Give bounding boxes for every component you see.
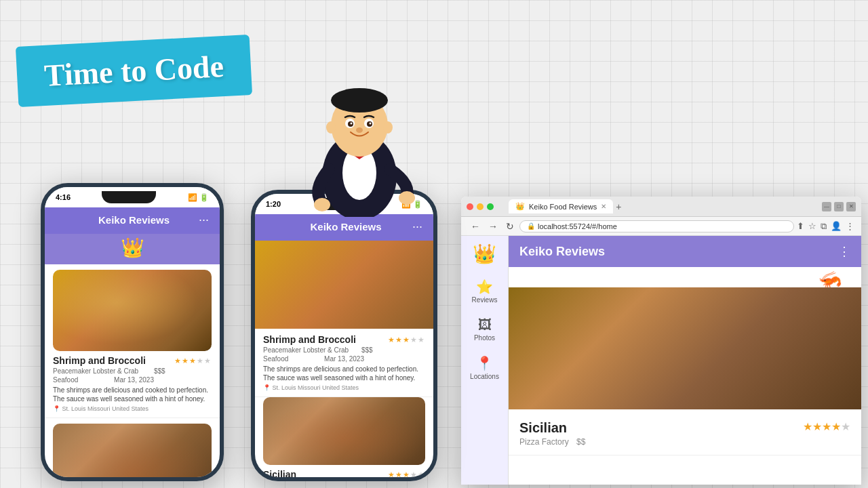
browser-forward-btn[interactable]: → bbox=[486, 220, 500, 233]
profile-icon[interactable]: 👤 bbox=[831, 221, 842, 232]
phone2-card2-title: Sicilian bbox=[263, 469, 296, 480]
browser-window: 👑 Keiko Food Reviews ✕ + — □ ✕ ← → ↻ 🔒 l… bbox=[461, 197, 861, 485]
win-close-icon[interactable]: ✕ bbox=[846, 202, 856, 211]
phone2-card1-stars: ★★★★★ bbox=[388, 336, 425, 344]
app-main: Keiko Reviews ⋮ 🦐 Sicilian ★★★★★ bbox=[509, 236, 861, 485]
pizza-visual bbox=[509, 287, 861, 409]
app-logo: 👑 bbox=[473, 243, 496, 265]
phone1-card1-title: Shrimp and Broccoli bbox=[53, 355, 146, 366]
browser-url-text: localhost:55724/#/home bbox=[538, 222, 617, 230]
phone1-statusbar: 4:16 📶 🔋 bbox=[45, 187, 220, 207]
main-pizza-image bbox=[509, 287, 861, 409]
svg-point-10 bbox=[370, 123, 372, 125]
main-rating-row: Sicilian ★★★★★ bbox=[519, 420, 850, 436]
svg-point-9 bbox=[351, 123, 353, 125]
browser-titlebar: 👑 Keiko Food Reviews ✕ + — □ ✕ bbox=[461, 197, 861, 217]
phone1-header: Keiko Reviews ··· bbox=[45, 207, 220, 234]
browser-close-btn[interactable] bbox=[467, 203, 473, 210]
browser-tab-close-btn[interactable]: ✕ bbox=[601, 203, 606, 210]
browser-reload-btn[interactable]: ↻ bbox=[503, 220, 517, 233]
browser-toolbar-icons: ⬆ ☆ ⧉ 👤 ⋮ bbox=[797, 221, 854, 232]
window-controls: — □ ✕ bbox=[822, 202, 856, 211]
phone2-card1-location: 📍 St. Louis Missouri United States bbox=[263, 384, 425, 391]
sidebar-photos-label: Photos bbox=[474, 334, 495, 342]
main-card-sub: Pizza Factory $$ bbox=[519, 437, 850, 447]
phone1-card1-meta: Peacemaker Lobster & Crab $$$ bbox=[53, 367, 212, 375]
app-topbar: Keiko Reviews ⋮ bbox=[509, 236, 861, 267]
lock-icon: 🔒 bbox=[527, 222, 535, 230]
sidebar-item-photos[interactable]: 🖼 Photos bbox=[461, 310, 508, 348]
phone1-card1-desc: The shrimps are delicious and cooked to … bbox=[53, 386, 212, 403]
browser-new-tab-btn[interactable]: + bbox=[616, 201, 621, 212]
phone2-card1-rating-row: Shrimp and Broccoli ★★★★★ bbox=[263, 334, 425, 345]
browser-back-btn[interactable]: ← bbox=[468, 220, 483, 233]
phone1-menu[interactable]: ··· bbox=[199, 213, 209, 227]
svg-point-13 bbox=[314, 198, 330, 211]
svg-point-4 bbox=[331, 88, 388, 113]
phone2-card1-category: Seafood Mar 13, 2023 bbox=[263, 355, 425, 363]
time-to-code-banner: Time to Code bbox=[16, 35, 252, 107]
app-sidebar: 👑 ⭐ Reviews 🖼 Photos 📍 Locations bbox=[461, 236, 509, 485]
phone1-card-2[interactable] bbox=[45, 418, 220, 481]
phone2-time: 1:20 bbox=[266, 200, 281, 208]
phone1-logo-icon: 👑 bbox=[121, 237, 144, 258]
phone2-menu[interactable]: ··· bbox=[412, 220, 422, 234]
app-topbar-title: Keiko Reviews bbox=[519, 245, 605, 259]
phone1-icons: 📶 🔋 bbox=[188, 193, 209, 202]
browser-maximize-btn[interactable] bbox=[487, 203, 494, 210]
phone-2: 1:20 📶 🔋 Keiko Reviews ··· Shrimp and Br… bbox=[251, 190, 437, 481]
phone1-card-1[interactable]: Shrimp and Broccoli ★★★★★ Peacemaker Lob… bbox=[45, 264, 220, 418]
phone1-card1-stars: ★★★★★ bbox=[174, 357, 212, 365]
sidebar-item-locations[interactable]: 📍 Locations bbox=[461, 348, 508, 387]
share-icon[interactable]: ⬆ bbox=[797, 221, 804, 232]
phone1-logo-area: 👑 bbox=[45, 234, 220, 264]
svg-point-14 bbox=[399, 191, 415, 205]
phone2-card1-meta: Peacemaker Lobster & Crab $$$ bbox=[263, 346, 425, 354]
phone1-pizza-img bbox=[53, 424, 212, 481]
win-restore-icon[interactable]: □ bbox=[834, 202, 844, 211]
app-container: 👑 ⭐ Reviews 🖼 Photos 📍 Locations Keiko R… bbox=[461, 236, 861, 485]
phone2-header: Keiko Reviews ··· bbox=[255, 214, 433, 241]
menu-icon[interactable]: ⋮ bbox=[846, 221, 854, 232]
browser-minimize-btn[interactable] bbox=[477, 203, 484, 210]
main-card-title: Sicilian bbox=[519, 420, 567, 436]
phone1-card1-category: Seafood Mar 13, 2023 bbox=[53, 376, 212, 384]
floating-shrimp-area: 🦐 bbox=[509, 267, 861, 287]
photos-icon: 🖼 bbox=[478, 317, 492, 333]
win-minimize-icon[interactable]: — bbox=[822, 202, 831, 211]
sidebar-item-reviews[interactable]: ⭐ Reviews bbox=[461, 272, 508, 310]
phone2-pizza-img bbox=[263, 397, 425, 465]
phone2-card-2[interactable]: Sicilian ★★★★★ Pizza Factory $$ Pizza Fe… bbox=[255, 397, 433, 481]
phone1-app-title: Keiko Reviews bbox=[69, 214, 199, 226]
browser-tab[interactable]: 👑 Keiko Food Reviews ✕ bbox=[509, 199, 613, 214]
svg-point-11 bbox=[326, 121, 336, 134]
bookmark-icon[interactable]: ☆ bbox=[808, 221, 816, 232]
mascot-character bbox=[292, 20, 427, 217]
phone1-card1-rating-row: Shrimp and Broccoli ★★★★★ bbox=[53, 355, 212, 366]
phone1-card1-location: 📍 St. Louis Missouri United States bbox=[53, 405, 212, 412]
phone2-card2-rating-row: Sicilian ★★★★★ bbox=[263, 469, 425, 480]
phone2-card2-stars: ★★★★★ bbox=[388, 470, 425, 479]
phone1-shrimp-img bbox=[53, 270, 212, 351]
sidebar-locations-label: Locations bbox=[470, 373, 499, 380]
browser-tab-title: Keiko Food Reviews bbox=[529, 203, 597, 211]
locations-icon: 📍 bbox=[476, 355, 493, 371]
phone2-card-1[interactable]: Shrimp and Broccoli ★★★★★ Peacemaker Lob… bbox=[255, 329, 433, 397]
main-card-info: Sicilian ★★★★★ Pizza Factory $$ bbox=[509, 409, 861, 455]
banner-text: Time to Code bbox=[43, 49, 224, 93]
browser-url-bar[interactable]: 🔒 localhost:55724/#/home bbox=[519, 220, 794, 232]
main-card-stars: ★★★★★ bbox=[803, 420, 850, 433]
svg-point-12 bbox=[383, 121, 393, 134]
phone-1: 4:16 📶 🔋 Keiko Reviews ··· 👑 Shrimp and … bbox=[41, 183, 224, 481]
svg-point-15 bbox=[356, 127, 363, 133]
phone1-notch bbox=[102, 191, 156, 203]
sidebar-reviews-label: Reviews bbox=[472, 296, 498, 304]
reviews-icon: ⭐ bbox=[476, 279, 493, 295]
phone1-time: 4:16 bbox=[56, 193, 71, 201]
split-view-icon[interactable]: ⧉ bbox=[821, 221, 827, 232]
app-topbar-menu-icon[interactable]: ⋮ bbox=[838, 244, 850, 259]
browser-controls: ← → ↻ 🔒 localhost:55724/#/home ⬆ ☆ ⧉ 👤 ⋮ bbox=[461, 217, 861, 236]
phone2-card1-desc: The shrimps are delicious and cooked to … bbox=[263, 365, 425, 382]
phone2-card1-title: Shrimp and Broccoli bbox=[263, 334, 356, 345]
phone2-app-title: Keiko Reviews bbox=[279, 221, 412, 232]
